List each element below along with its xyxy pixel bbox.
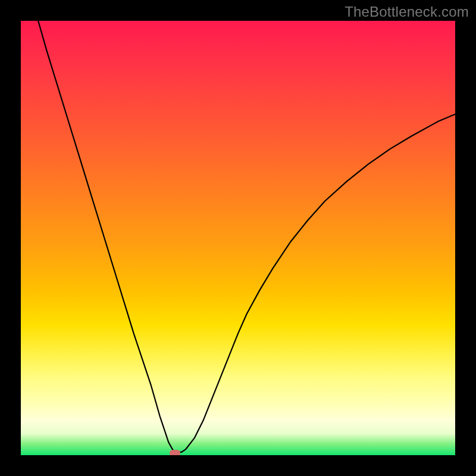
bottleneck-curve [21,21,455,455]
watermark-text: TheBottleneck.com [345,4,469,20]
plot-area [21,21,455,455]
chart-frame: TheBottleneck.com [0,0,476,476]
optimum-marker [170,450,180,455]
